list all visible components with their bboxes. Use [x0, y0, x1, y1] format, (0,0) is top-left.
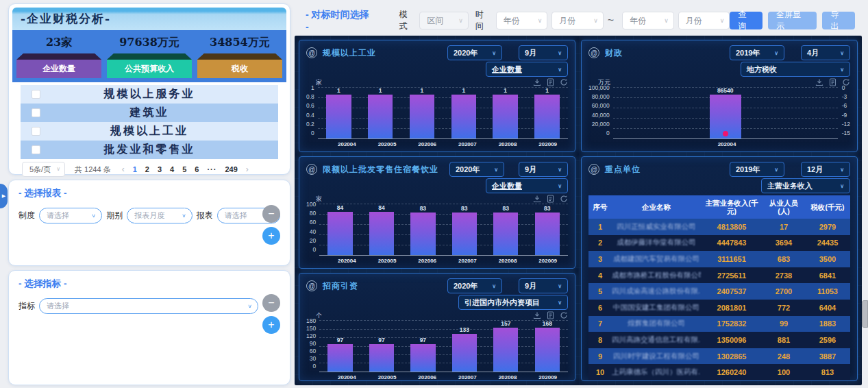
chevron-down-icon: ∨ — [494, 167, 498, 173]
refresh-icon[interactable] — [560, 78, 568, 86]
chevron-down-icon: ∨ — [92, 213, 97, 219]
industry-label: 批发业和零售业 — [40, 143, 258, 157]
panel-retail-catering: @ 限额以上批发零售住宿餐饮业 2020年∨ 9月∨ 企业数量∨ 家 10080… — [299, 156, 575, 269]
stat-block: 97638万元 公共预算收入 — [107, 33, 192, 78]
bar-value-label: 1 — [421, 87, 424, 94]
year-select-2[interactable]: 2020年∨ — [449, 162, 504, 177]
page-button-1[interactable]: 1 — [133, 165, 137, 173]
download-icon[interactable] — [815, 78, 823, 86]
company-name: 成都伊藤洋华堂有限公司 — [612, 238, 701, 247]
page-button-4[interactable]: 4 — [170, 165, 174, 173]
charts-container: @ 规模以上工业 2020年∨ 9月∨ 企业数量∨ 家 10.80.60.40.… — [295, 36, 862, 385]
bar-group: 1 — [526, 87, 568, 138]
checkbox-icon[interactable] — [32, 90, 40, 99]
industry-row[interactable]: 规模以上工业 — [21, 122, 278, 141]
remove-indicator-button[interactable]: − — [262, 294, 280, 312]
sidebar-collapse-handle[interactable]: ▶ — [0, 184, 8, 208]
industry-row[interactable]: 规模以上服务业 — [21, 85, 278, 104]
checkbox-icon[interactable] — [32, 145, 40, 154]
stat-value: 23家 — [46, 33, 72, 52]
bar — [327, 344, 352, 372]
chevron-down-icon: ∨ — [538, 17, 543, 24]
document-icon[interactable] — [547, 78, 554, 86]
page-button-6[interactable]: 6 — [195, 165, 199, 173]
report-label: 报表 — [197, 210, 213, 221]
fullscreen-button[interactable]: 全屏显示 — [768, 12, 817, 29]
y-axis: 1801501209060300 — [306, 317, 319, 369]
bar-value-label: 83 — [461, 205, 467, 212]
time-select-0[interactable]: 年份∨ — [496, 12, 548, 29]
bar-group: 1 — [318, 87, 360, 138]
y-axis-right: 0-3-6-9-12-15 — [838, 84, 850, 136]
industry-row[interactable]: 批发业和零售业 — [21, 141, 278, 159]
year-select-3[interactable]: 2020年∨ — [447, 278, 502, 293]
refresh-icon[interactable] — [560, 311, 568, 319]
month-select-0[interactable]: 9月∨ — [519, 45, 568, 60]
page-button-3[interactable]: 3 — [158, 165, 162, 173]
table-row: 6 中国国安建工集团有限公司 2081801 772 6404 — [588, 300, 850, 316]
bar — [493, 95, 518, 138]
time-compare-title: - 对标时间选择 - — [306, 9, 374, 32]
year-select-0[interactable]: 2020年∨ — [447, 45, 502, 60]
bar-group: 1 — [360, 87, 401, 138]
checkbox-icon[interactable] — [32, 108, 40, 117]
bar-group: 83 — [402, 204, 443, 255]
export-button[interactable]: 导出 — [822, 12, 855, 29]
bar-group: 97 — [361, 320, 402, 372]
page-button-5[interactable]: 5 — [182, 165, 186, 173]
plot-area: 84 84 83 83 83 83 — [319, 204, 568, 256]
query-button[interactable]: 查询 — [730, 12, 762, 29]
mode-select[interactable]: 区间∨ — [419, 12, 469, 29]
download-icon[interactable] — [533, 195, 541, 203]
indicator-select[interactable]: 请选择∨ — [39, 298, 258, 314]
metric-select-1[interactable]: 地方税收∨ — [741, 62, 850, 77]
remove-report-button[interactable]: − — [262, 205, 280, 223]
page-button-2[interactable]: 2 — [145, 165, 149, 173]
refresh-icon[interactable] — [560, 195, 568, 203]
x-axis-labels: 202004 — [588, 139, 850, 149]
period-select[interactable]: 报表月度∨ — [127, 208, 193, 223]
side-widget-handle[interactable] — [862, 300, 868, 328]
month-select-3[interactable]: 9月∨ — [519, 278, 568, 293]
time-select-1[interactable]: 月份∨ — [551, 12, 604, 29]
year-select-4[interactable]: 2019年∨ — [730, 162, 784, 177]
chevron-down-icon: ∨ — [593, 17, 598, 24]
target-icon: @ — [588, 47, 599, 58]
institution-select[interactable]: 请选择∨ — [39, 208, 102, 223]
next-page-button[interactable]: › — [246, 165, 249, 174]
checkbox-icon[interactable] — [32, 127, 40, 136]
plot-area: 86540 — [613, 87, 838, 139]
table-row: 7 煌辉集团有限公司 1752832 99 1883 — [588, 316, 850, 332]
download-icon[interactable] — [533, 311, 541, 319]
month-select-1[interactable]: 4月∨ — [801, 45, 850, 60]
metric-select-3[interactable]: 引进国内市外内资项目∨ — [458, 295, 568, 310]
page-button-···[interactable]: ··· — [207, 165, 216, 173]
metric-select-2[interactable]: 企业数量∨ — [486, 178, 568, 193]
table-header-row: 序号企业名称主营业务收入(千元)从业人员(人)税收(千元) — [588, 195, 850, 219]
document-icon[interactable] — [829, 78, 836, 86]
bar-group: 83 — [485, 204, 526, 255]
month-select-2[interactable]: 9月∨ — [519, 162, 568, 177]
prev-page-button[interactable]: ‹ — [122, 165, 125, 174]
overview-title: -企业财税分析- — [12, 8, 286, 30]
range-tilde: ~ — [608, 14, 614, 27]
time-select-2[interactable]: 年份∨ — [622, 12, 674, 29]
metric-select-0[interactable]: 企业数量∨ — [486, 62, 568, 77]
page-button-249[interactable]: 249 — [225, 165, 237, 173]
download-icon[interactable] — [533, 78, 541, 86]
bar-group: 157 — [485, 320, 526, 372]
panel-title: 重点单位 — [605, 164, 641, 175]
bar — [493, 213, 518, 255]
metric-select-4[interactable]: 主营业务收入∨ — [761, 178, 850, 193]
month-select-4[interactable]: 12月∨ — [801, 162, 850, 177]
industry-row[interactable]: 建筑业 — [21, 104, 278, 122]
year-select-1[interactable]: 2019年∨ — [730, 45, 784, 60]
bar-value-label: 1 — [462, 87, 465, 94]
add-indicator-button[interactable]: + — [262, 316, 280, 334]
time-select-3[interactable]: 月份∨ — [678, 12, 730, 29]
page-size-select[interactable]: 5条/页∨ — [22, 162, 65, 177]
add-report-button[interactable]: + — [262, 227, 280, 245]
chevron-down-icon: ∨ — [558, 167, 562, 173]
document-icon[interactable] — [547, 311, 554, 319]
document-icon[interactable] — [547, 195, 554, 203]
